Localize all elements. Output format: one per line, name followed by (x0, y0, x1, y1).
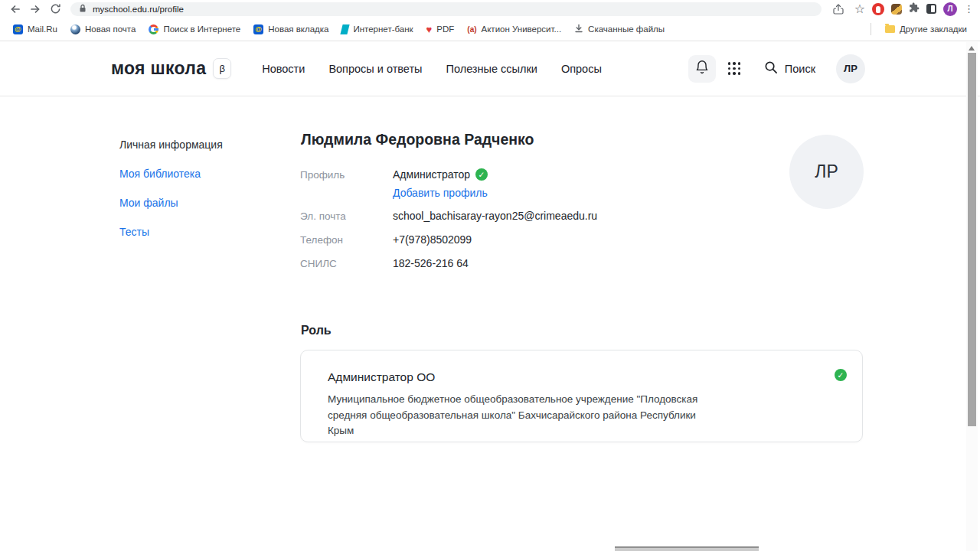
apps-grid-icon (728, 62, 741, 75)
role-card-description: Муниципальное бюджетное общеобразователь… (328, 392, 718, 439)
bookmark-label: Mail.Ru (28, 24, 57, 34)
extension-adblock-icon[interactable] (872, 3, 884, 15)
toolbar-right-cluster: ☆ Л ⋮ (829, 1, 975, 17)
main-nav: Новости Вопросы и ответы Полезные ссылки… (262, 63, 602, 75)
nav-item-links[interactable]: Полезные ссылки (446, 63, 537, 75)
beta-badge: β (213, 58, 231, 79)
profile-full-name: Людмила Федоровна Радченко (301, 131, 534, 148)
bookmark-label: Новая вкладка (268, 24, 328, 34)
extensions-puzzle-icon[interactable] (909, 2, 920, 16)
bottom-cutoff-element (615, 546, 759, 551)
snils-label: СНИЛС (300, 258, 393, 269)
url-text: myschool.edu.ru/profile (93, 5, 184, 14)
bookmark-internet-bank[interactable]: Интернет-банк (336, 21, 418, 37)
nav-item-qa[interactable]: Вопросы и ответы (328, 63, 422, 75)
search-label: Поиск (785, 63, 815, 75)
mailru-icon: @ (13, 24, 23, 34)
browser-menu-icon[interactable]: ⋮ (964, 3, 974, 15)
address-bar[interactable]: myschool.edu.ru/profile (70, 2, 822, 16)
user-avatar-large: ЛР (789, 135, 864, 209)
profile-sidebar: Личная информация Моя библиотека Мои фай… (119, 139, 223, 238)
chrome-profile-avatar[interactable]: Л (943, 2, 957, 16)
bookmark-pdf[interactable]: ♥ PDF (421, 21, 460, 37)
aktion-icon: (а) (467, 25, 476, 34)
header-right-cluster: Поиск ЛР (688, 54, 865, 83)
download-icon (574, 24, 583, 34)
email-label: Эл. почта (300, 210, 393, 222)
search-button[interactable]: Поиск (763, 60, 815, 77)
bookmark-search-internet[interactable]: Поиск в Интернете (143, 21, 246, 37)
back-icon[interactable] (6, 1, 24, 17)
folder-icon (885, 25, 895, 33)
bookmark-new-tab[interactable]: @ Новая вкладка (248, 21, 334, 37)
bookmark-mailru[interactable]: @ Mail.Ru (8, 21, 63, 37)
search-icon (763, 60, 778, 77)
email-row: Эл. почта school_bachisaray-rayon25@crim… (300, 210, 597, 222)
bell-icon (694, 60, 710, 78)
email-value: school_bachisaray-rayon25@crimeaedu.ru (393, 210, 597, 222)
bookmark-aktion[interactable]: (а) Актион Университ... (462, 21, 567, 37)
bookmarks-separator (871, 23, 871, 35)
bookmark-label: Актион Университ... (482, 24, 562, 34)
role-card[interactable]: Администратор ОО ✓ Муниципальное бюджетн… (300, 350, 863, 442)
sidebar-item-my-files[interactable]: Мои файлы (119, 197, 223, 209)
browser-toolbar: myschool.edu.ru/profile ☆ Л ⋮ (0, 0, 980, 18)
other-bookmarks-button[interactable]: Другие закладки (880, 21, 972, 37)
snils-value: 182-526-216 64 (393, 257, 469, 269)
snils-row: СНИЛС 182-526-216 64 (300, 257, 469, 269)
share-icon[interactable] (829, 1, 848, 17)
apps-grid-button[interactable] (725, 60, 743, 78)
bookmark-downloads[interactable]: Скачанные файлы (569, 21, 670, 37)
extension-dark-icon[interactable] (926, 4, 936, 14)
sidebar-item-personal-info[interactable]: Личная информация (119, 139, 223, 151)
role-card-title: Администратор ОО (328, 370, 435, 384)
sidebar-item-my-library[interactable]: Моя библиотека (119, 168, 223, 180)
profile-value: Администратор ✓ (393, 168, 488, 181)
reload-icon[interactable] (46, 1, 64, 17)
profile-row: Профиль Администратор ✓ (300, 168, 488, 181)
role-verified-check-icon: ✓ (835, 369, 847, 381)
site-logo[interactable]: моя школа (111, 58, 206, 79)
add-profile-link[interactable]: Добавить профиль (393, 187, 488, 199)
lock-icon (79, 2, 87, 16)
profile-label: Профиль (300, 169, 393, 181)
page-scrollbar[interactable] (966, 42, 978, 551)
heart-icon: ♥ (426, 24, 433, 34)
nav-item-news[interactable]: Новости (262, 63, 305, 75)
phone-value: +7(978)8502099 (393, 233, 472, 246)
mailru-icon: @ (253, 24, 263, 34)
bookmark-label: Интернет-банк (353, 24, 413, 34)
phone-label: Телефон (300, 234, 393, 246)
other-bookmarks-label: Другие закладки (900, 24, 967, 34)
forward-icon[interactable] (26, 1, 44, 17)
bookmark-label: PDF (436, 24, 454, 34)
nav-item-polls[interactable]: Опросы (561, 63, 602, 75)
google-icon (149, 24, 158, 34)
profile-role-text: Администратор (393, 168, 470, 181)
bookmark-label: Скачанные файлы (588, 24, 665, 34)
bookmarks-bar: @ Mail.Ru Новая почта Поиск в Интернете … (0, 18, 980, 41)
role-section-heading: Роль (301, 324, 332, 337)
bookmark-label: Поиск в Интернете (163, 24, 240, 34)
bookmark-star-icon[interactable]: ☆ (854, 3, 865, 15)
notifications-button[interactable] (688, 55, 716, 83)
scrollbar-thumb[interactable] (968, 53, 976, 426)
scrollbar-up-arrow-icon[interactable] (969, 46, 975, 51)
extension-misc-icon[interactable] (891, 4, 902, 15)
site-header: моя школа β Новости Вопросы и ответы Пол… (0, 41, 980, 96)
bookmark-label: Новая почта (85, 24, 136, 34)
sidebar-item-tests[interactable]: Тесты (119, 226, 223, 238)
verified-check-icon: ✓ (475, 168, 488, 181)
phone-row: Телефон +7(978)8502099 (300, 233, 472, 246)
user-avatar-small[interactable]: ЛР (836, 54, 865, 83)
mail-drop-icon (70, 24, 80, 34)
bookmark-new-mail[interactable]: Новая почта (65, 21, 141, 37)
bank-icon (341, 24, 350, 34)
